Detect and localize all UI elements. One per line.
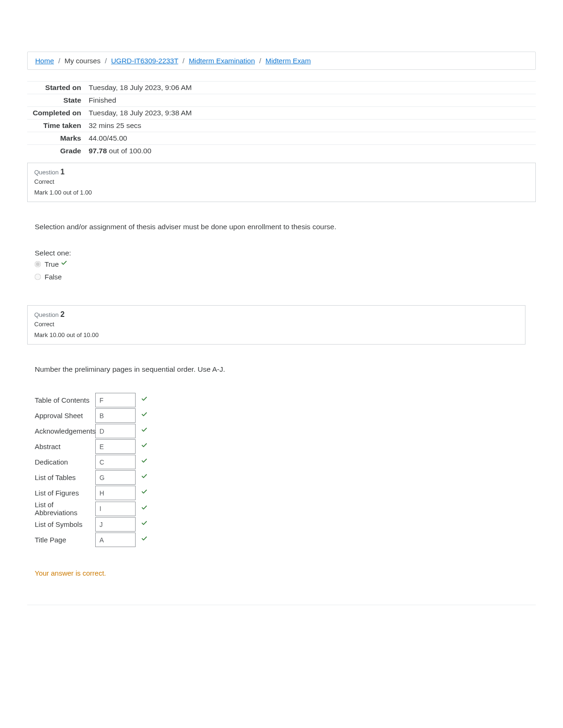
matching-table: Table of ContentsApproval SheetAcknowled… — [35, 392, 536, 548]
option-true-row: True — [35, 260, 536, 268]
question-mark: Mark 10.00 out of 10.00 — [34, 331, 518, 338]
match-row: Table of Contents — [35, 392, 536, 408]
answer-feedback: Your answer is correct. — [35, 569, 536, 577]
match-label: Title Page — [35, 536, 92, 544]
question-2-body: Number the preliminary pages in sequenti… — [27, 345, 536, 577]
match-row: List of Abbreviations — [35, 501, 536, 517]
question-1-body: Selection and/or assignment of thesis ad… — [27, 202, 536, 281]
option-false-row: False — [35, 273, 536, 281]
option-true-label: True — [45, 260, 59, 268]
breadcrumb-sep: / — [259, 57, 261, 65]
question-word: Question — [34, 169, 61, 176]
match-label: Table of Contents — [35, 396, 92, 404]
question-state: Correct — [34, 178, 529, 185]
question-word: Question — [34, 311, 61, 318]
grade-score: 97.78 — [89, 147, 107, 155]
breadcrumb-activity[interactable]: Midterm Exam — [266, 57, 311, 65]
match-label: List of Symbols — [35, 520, 92, 528]
match-input[interactable] — [95, 470, 136, 485]
option-false-label: False — [45, 273, 62, 281]
match-row: List of Symbols — [35, 517, 536, 532]
value-grade: 97.78 out of 100.00 — [85, 145, 536, 158]
label-state: State — [27, 94, 85, 107]
match-row: Title Page — [35, 532, 536, 548]
match-input[interactable] — [95, 502, 136, 516]
match-row: List of Tables — [35, 470, 536, 485]
question-1-text: Selection and/or assignment of thesis ad… — [35, 223, 536, 231]
correct-check-icon — [141, 473, 148, 481]
breadcrumb-sep: / — [58, 57, 60, 65]
match-input[interactable] — [95, 517, 136, 532]
correct-check-icon — [141, 427, 148, 435]
label-marks: Marks — [27, 132, 85, 145]
breadcrumb-sep: / — [183, 57, 184, 65]
attempt-summary-table: Started on Tuesday, 18 July 2023, 9:06 A… — [27, 81, 536, 157]
match-input[interactable] — [95, 533, 136, 547]
value-state: Finished — [85, 94, 536, 107]
match-label: Acknowledgements — [35, 427, 92, 435]
match-input[interactable] — [95, 486, 136, 500]
match-label: Approval Sheet — [35, 412, 92, 420]
match-input[interactable] — [95, 393, 136, 407]
match-label: Dedication — [35, 458, 92, 466]
select-one-prompt: Select one: — [35, 249, 536, 257]
match-row: Acknowledgements — [35, 423, 536, 439]
question-2-header: Question 2 Correct Mark 10.00 out of 10.… — [27, 305, 525, 345]
label-time-taken: Time taken — [27, 120, 85, 132]
breadcrumb: Home / My courses / UGRD-IT6309-2233T / … — [27, 52, 536, 70]
match-row: List of Figures — [35, 485, 536, 501]
correct-check-icon — [141, 489, 148, 497]
breadcrumb-mycourses: My courses — [65, 57, 101, 65]
label-completed-on: Completed on — [27, 107, 85, 120]
value-started-on: Tuesday, 18 July 2023, 9:06 AM — [85, 82, 536, 94]
correct-check-icon — [141, 536, 148, 544]
correct-check-icon — [141, 412, 148, 420]
match-row: Abstract — [35, 439, 536, 454]
match-input[interactable] — [95, 439, 136, 454]
correct-check-icon — [141, 520, 148, 528]
grade-out-of: out of 100.00 — [107, 147, 152, 155]
breadcrumb-course[interactable]: UGRD-IT6309-2233T — [111, 57, 178, 65]
label-started-on: Started on — [27, 82, 85, 94]
match-label: Abstract — [35, 443, 92, 450]
question-2-text: Number the preliminary pages in sequenti… — [35, 365, 536, 374]
question-state: Correct — [34, 321, 518, 328]
question-1-header: Question 1 Correct Mark 1.00 out of 1.00 — [27, 163, 536, 202]
breadcrumb-home[interactable]: Home — [35, 57, 54, 65]
question-number: 2 — [61, 310, 65, 318]
question-number: 1 — [61, 168, 65, 176]
value-time-taken: 32 mins 25 secs — [85, 120, 536, 132]
label-grade: Grade — [27, 145, 85, 158]
correct-check-icon — [141, 396, 148, 404]
value-completed-on: Tuesday, 18 July 2023, 9:38 AM — [85, 107, 536, 120]
radio-true[interactable] — [35, 261, 41, 268]
question-mark: Mark 1.00 out of 1.00 — [34, 189, 529, 196]
correct-check-icon — [61, 260, 68, 268]
match-row: Dedication — [35, 454, 536, 470]
breadcrumb-section[interactable]: Midterm Examination — [189, 57, 255, 65]
breadcrumb-sep: / — [105, 57, 107, 65]
match-input[interactable] — [95, 455, 136, 469]
match-row: Approval Sheet — [35, 408, 536, 423]
radio-false[interactable] — [35, 274, 41, 280]
value-marks: 44.00/45.00 — [85, 132, 536, 145]
correct-check-icon — [141, 443, 148, 450]
match-label: List of Abbreviations — [35, 501, 92, 517]
match-label: List of Figures — [35, 489, 92, 497]
match-label: List of Tables — [35, 473, 92, 481]
match-input[interactable] — [95, 424, 136, 438]
correct-check-icon — [141, 458, 148, 466]
match-input[interactable] — [95, 408, 136, 423]
correct-check-icon — [141, 505, 148, 513]
